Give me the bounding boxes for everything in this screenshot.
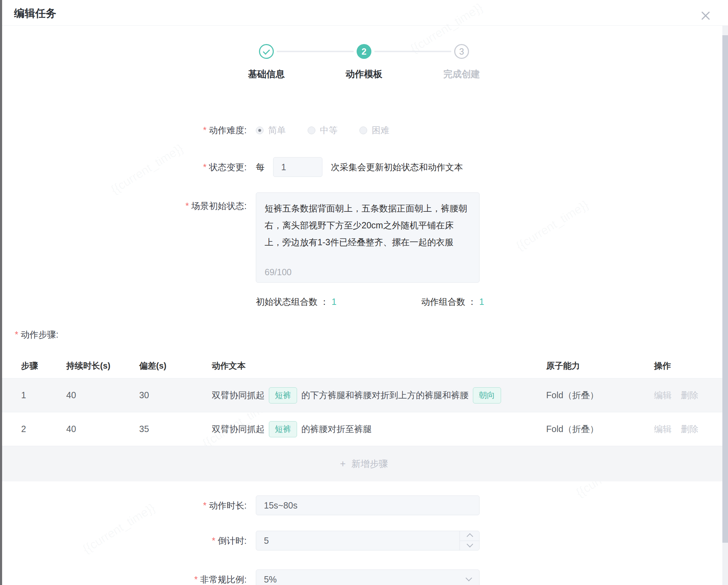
step-number: 2 <box>362 47 366 57</box>
radio-label: 简单 <box>268 124 286 136</box>
unusual-ratio-select[interactable]: 5% <box>256 569 480 585</box>
dialog-title: 编辑任务 <box>14 6 56 21</box>
action-text-part: 的下方裤腿和裤腰对折到上方的裤腿和裤腰 <box>301 389 469 401</box>
step-active-circle: 2 <box>357 44 371 59</box>
initial-state-row: *场景初始状态: 短裤五条数据背面朝上，五条数据正面朝上，裤腰朝右，离头部视野下… <box>0 192 728 283</box>
initial-state-control: 短裤五条数据背面朝上，五条数据正面朝上，裤腰朝右，离头部视野下方至少20cm之外… <box>256 192 480 283</box>
radio-circle-icon <box>359 127 367 134</box>
spinner-increase-button[interactable] <box>460 531 480 541</box>
table-header-row: 步骤 持续时长(s) 偏差(s) 动作文本 原子能力 操作 <box>0 353 728 378</box>
cell-step: 1 <box>21 390 66 400</box>
step-basic-info: 基础信息 <box>259 44 274 59</box>
action-combo-count: 动作组合数 ：1 <box>421 296 484 308</box>
radio-hard[interactable]: 困难 <box>359 124 389 136</box>
plus-icon: + <box>340 458 346 469</box>
required-asterisk: * <box>203 162 206 172</box>
countdown-label: *倒计时: <box>0 535 247 547</box>
action-steps-section-label: *动作步骤: <box>15 329 728 340</box>
state-change-label: *状态变更: <box>0 161 247 173</box>
step-finish-create: 3 完成创建 <box>454 44 469 59</box>
state-change-control: 每 1 次采集会更新初始状态和动作文本 <box>256 157 463 177</box>
edit-link[interactable]: 编辑 <box>654 389 672 401</box>
step-action-template: 2 动作模板 <box>357 44 371 59</box>
table-row: 1 40 30 双臂协同抓起 短裤 的下方裤腿和裤腰对折到上方的裤腿和裤腰 朝向… <box>0 378 728 412</box>
step-pending-circle: 3 <box>454 44 469 59</box>
action-steps-table: 步骤 持续时长(s) 偏差(s) 动作文本 原子能力 操作 1 40 30 双臂… <box>0 353 728 481</box>
col-header-duration: 持续时长(s) <box>66 360 139 371</box>
number-spinner <box>459 531 480 550</box>
scrollbar-track[interactable] <box>722 26 728 585</box>
cell-ability: Fold（折叠） <box>546 389 654 401</box>
edit-link[interactable]: 编辑 <box>654 423 672 435</box>
state-change-row: *状态变更: 每 1 次采集会更新初始状态和动作文本 <box>0 157 728 177</box>
initial-combo-label: 初始状态组合数 ： <box>256 297 329 307</box>
delete-link[interactable]: 删除 <box>681 423 698 435</box>
edit-task-dialog: {{current_time}} {{current_time}} {{curr… <box>0 0 728 585</box>
cell-duration: 40 <box>66 424 139 434</box>
cell-operations: 编辑 删除 <box>654 389 728 401</box>
radio-circle-icon <box>256 127 264 134</box>
col-header-step: 步骤 <box>21 360 66 371</box>
scrollbar-thumb[interactable] <box>722 35 728 543</box>
state-change-input[interactable]: 1 <box>273 157 322 177</box>
initial-combo-value: 1 <box>332 297 337 307</box>
required-asterisk: * <box>203 125 206 135</box>
duration-label: *动作时长: <box>0 500 247 511</box>
modal-backdrop-edge <box>0 0 2 585</box>
col-header-text: 动作文本 <box>212 360 546 371</box>
cell-deviation: 35 <box>139 424 212 434</box>
action-text-part: 的裤腰对折至裤腿 <box>301 423 372 435</box>
step-label: 动作模板 <box>346 68 382 80</box>
cell-deviation: 30 <box>139 390 212 400</box>
check-icon <box>263 47 270 55</box>
initial-state-text: 短裤五条数据背面朝上，五条数据正面朝上，裤腰朝右，离头部视野下方至少20cm之外… <box>265 200 471 251</box>
cell-action-text: 双臂协同抓起 短裤 的裤腰对折至裤腿 <box>212 421 546 437</box>
required-asterisk: * <box>212 536 215 546</box>
step-number: 3 <box>459 47 464 57</box>
combo-counts: 初始状态组合数 ：1 动作组合数 ：1 <box>256 296 484 308</box>
unusual-ratio-label: *非常规比例: <box>0 574 247 585</box>
radio-circle-icon <box>308 127 315 134</box>
duration-input[interactable]: 15s~80s <box>256 495 480 515</box>
initial-state-textarea[interactable]: 短裤五条数据背面朝上，五条数据正面朝上，裤腰朝右，离头部视野下方至少20cm之外… <box>256 192 480 283</box>
close-icon[interactable] <box>700 10 712 22</box>
radio-simple[interactable]: 简单 <box>256 124 286 136</box>
radio-dot <box>258 129 261 132</box>
action-text-part: 双臂协同抓起 <box>212 389 265 401</box>
action-combo-label: 动作组合数 ： <box>421 297 476 307</box>
stepper-connector <box>277 51 354 52</box>
initial-combo-count: 初始状态组合数 ：1 <box>256 296 337 308</box>
cell-operations: 编辑 删除 <box>654 423 728 435</box>
difficulty-label: *动作难度: <box>0 124 247 136</box>
cell-action-text: 双臂协同抓起 短裤 的下方裤腿和裤腰对折到上方的裤腿和裤腰 朝向 <box>212 387 546 404</box>
dialog-header: 编辑任务 <box>0 0 728 26</box>
col-header-operation: 操作 <box>654 360 728 371</box>
add-step-label: 新增步骤 <box>351 458 388 470</box>
stepper: 基础信息 2 动作模板 3 完成创建 <box>259 44 469 85</box>
required-asterisk: * <box>185 201 189 211</box>
add-step-button[interactable]: + 新增步骤 <box>0 446 728 481</box>
object-tag: 短裤 <box>269 421 297 437</box>
spinner-decrease-button[interactable] <box>460 541 480 551</box>
table-row: 2 40 35 双臂协同抓起 短裤 的裤腰对折至裤腿 Fold（折叠） 编辑 删… <box>0 412 728 446</box>
required-asterisk: * <box>15 330 18 339</box>
initial-state-label: *场景初始状态: <box>0 192 247 212</box>
radio-medium[interactable]: 中等 <box>308 124 338 136</box>
required-asterisk: * <box>194 574 198 584</box>
orientation-tag: 朝向 <box>473 387 501 404</box>
radio-label: 中等 <box>320 124 338 136</box>
difficulty-row: *动作难度: 简单 中等 困难 <box>0 124 728 136</box>
delete-link[interactable]: 删除 <box>681 389 698 401</box>
char-counter: 69/100 <box>265 267 291 277</box>
countdown-row: *倒计时: 5 <box>0 531 728 550</box>
countdown-input[interactable]: 5 <box>256 531 480 550</box>
cell-step: 2 <box>21 424 66 434</box>
combo-counts-row: 初始状态组合数 ：1 动作组合数 ：1 <box>0 296 728 308</box>
state-change-suffix: 次采集会更新初始状态和动作文本 <box>331 161 463 173</box>
action-text-part: 双臂协同抓起 <box>212 423 265 435</box>
cell-ability: Fold（折叠） <box>546 423 654 435</box>
step-label: 基础信息 <box>248 68 285 80</box>
unusual-ratio-row: *非常规比例: 5% <box>0 569 728 585</box>
stepper-connector <box>374 51 451 52</box>
state-change-prefix: 每 <box>256 161 265 173</box>
